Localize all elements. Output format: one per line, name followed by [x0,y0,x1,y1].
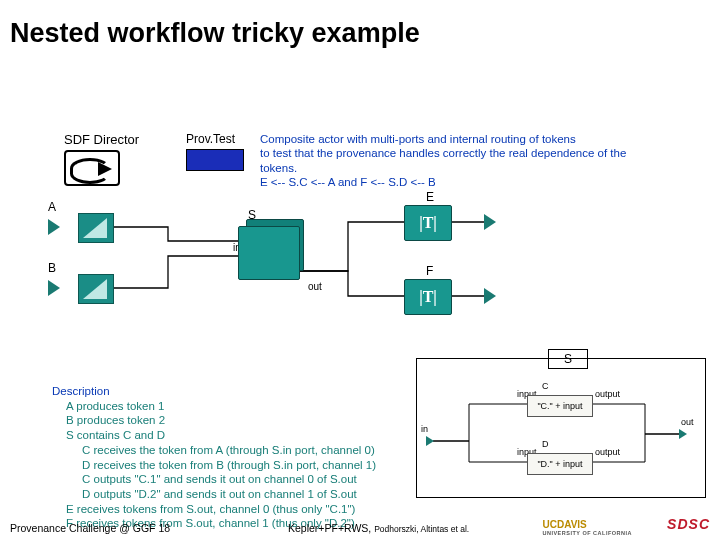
description-block: Description A produces token 1 B produce… [52,384,376,531]
desc-l3: S contains C and D [66,428,376,443]
footer-left: Provenance Challenge @ GGF 18 [10,522,170,534]
input-port-b [48,280,60,296]
ucdavis-logo: UCDAVIS UNIVERSITY OF CALIFORNIA [542,519,632,536]
label-s-out: out [308,281,322,292]
composite-line1: Composite actor with multi-ports and int… [260,133,576,145]
sub-out-label: out [681,417,694,427]
actor-b-ramp [78,274,114,304]
output-port-e [484,214,496,230]
workflow-canvas: A B S in out E |T| F |T| [48,196,568,346]
label-b: B [48,261,56,275]
prov-test-box [186,149,244,171]
prov-test-label: Prov.Test [186,132,244,146]
desc-l2: B produces token 2 [66,413,376,428]
composite-description: Composite actor with multi-ports and int… [260,132,640,190]
sdsc-logo: SDSC [667,516,710,532]
label-a: A [48,200,56,214]
desc-l7: D outputs "D.2" and sends it out on chan… [82,487,376,502]
sub-s-wires [417,359,705,497]
actor-a-ramp [78,213,114,243]
desc-l6: C outputs "C.1" and sends it out on chan… [82,472,376,487]
sub-c-label: C [542,381,549,391]
director-label: SDF Director [64,132,139,147]
ucdavis-subtext: UNIVERSITY OF CALIFORNIA [542,530,632,536]
actor-f-display: |T| [404,279,452,315]
sub-d-output: output [595,447,620,457]
actor-s [238,226,300,280]
prov-test-actor: Prov.Test [186,132,244,171]
input-port-a [48,219,60,235]
ucdavis-text: UCDAVIS [542,519,586,530]
actor-e-display: |T| [404,205,452,241]
desc-l5: D receives the token from B (through S.i… [82,458,376,473]
description-header: Description [52,385,110,397]
actor-s-front [238,226,300,280]
desc-l1: A produces token 1 [66,399,376,414]
sub-in-label: in [421,424,428,434]
sdf-director: SDF Director [64,132,139,186]
sub-c-output: output [595,389,620,399]
sub-in-port [426,436,434,446]
sub-d-expr: "D." + input [527,453,593,475]
slide: Nested workflow tricky example SDF Direc… [0,0,720,540]
sub-d-label: D [542,439,549,449]
footer-mid: Kepler+PF+RWS, Podhorszki, Altintas et a… [288,522,469,534]
composite-line3: E <-- S.C <-- A and F <-- S.D <-- B [260,176,436,188]
footer-mid-auth: Podhorszki, Altintas et al. [374,524,469,534]
desc-l8: E receives tokens from S.out, channel 0 … [66,502,376,517]
sub-out-port [679,429,687,439]
page-title: Nested workflow tricky example [10,18,420,49]
footer-mid-main: Kepler+PF+RWS, [288,522,374,534]
desc-l4: C receives the token from A (through S.i… [82,443,376,458]
sub-s-box: in C input output "C." + input D input o… [416,358,706,498]
label-e: E [426,190,434,204]
composite-line2: to test that the provenance handles corr… [260,147,626,173]
megaphone-icon [64,150,120,186]
sub-c-expr: "C." + input [527,395,593,417]
output-port-f [484,288,496,304]
label-f: F [426,264,433,278]
